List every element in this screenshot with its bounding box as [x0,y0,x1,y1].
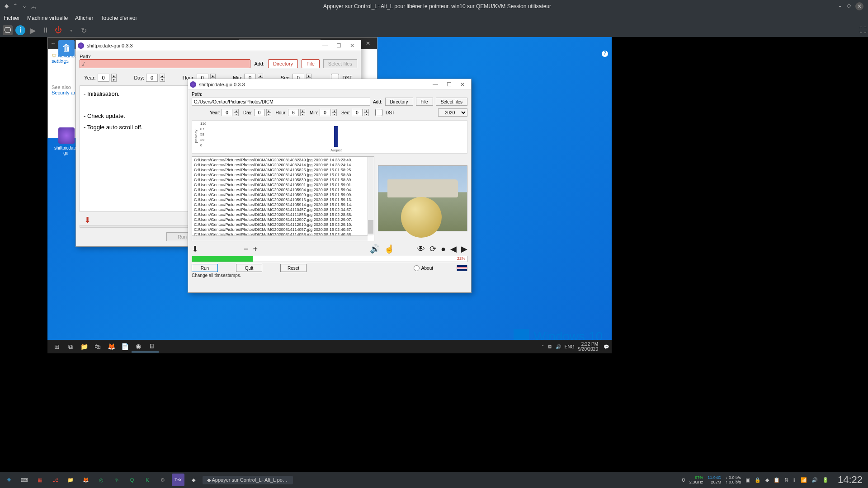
scroll-bottom-icon[interactable]: ⬇ [192,244,198,254]
kde-launcher-icon[interactable]: ❖ [3,474,15,486]
cpu-widget-1[interactable]: 97% 2.3GHz [689,475,703,484]
tray-monitor-icon[interactable]: 🖥 [547,344,552,349]
dst-checkbox[interactable]: DST [373,109,395,116]
run-button[interactable]: Run [192,264,218,272]
menu-file[interactable]: Fichier [4,15,20,21]
maximize-icon[interactable]: ◇ [847,2,851,10]
guest-desktop[interactable]: 🗑 Recycle Bin shiftpicdate-gui ← → ↑ ⟳ 🔍… [47,37,612,353]
firefox-host-icon[interactable]: 🦊 [80,474,92,486]
task-item[interactable]: ◆ Appuyer sur Control_L+Alt_L pour… [203,476,293,484]
day-down[interactable]: ▾ [160,78,165,82]
file-list[interactable]: C:/Users/Gentoo/Pictures/Photos/DICM/IMG… [192,156,374,241]
store-icon[interactable]: 🛍 [91,341,104,352]
menu-vm[interactable]: Machine virtuelle [27,15,68,21]
file-row[interactable]: C:/Users/Gentoo/Pictures/Photos/DICM/IMG… [194,192,372,197]
gear-icon[interactable]: ⚙ [156,474,169,486]
close-icon[interactable]: ✕ [855,2,863,10]
sec-up[interactable]: ▴ [306,74,311,78]
file-row[interactable]: C:/Users/Gentoo/Pictures/Photos/DICM/IMG… [194,158,372,163]
shiftpicdate-window-2[interactable]: shiftpicdate-gui 0.3.3 — ☐ ✕ Path: Add: … [188,79,472,293]
flag-uk-icon[interactable] [457,265,467,271]
file-row[interactable]: C:/Users/Gentoo/Pictures/Photos/DICM/IMG… [194,183,372,188]
day-up[interactable]: ▴ [160,74,165,78]
refresh-icon[interactable]: ↻ [79,25,89,35]
next-icon[interactable]: ▶ [461,244,467,254]
year-down[interactable]: ▾ [111,78,117,82]
zoom-out-icon[interactable]: − [244,244,249,254]
grid-icon[interactable]: ▦ [33,474,46,486]
explorer-icon[interactable]: 📁 [77,341,91,352]
year-input[interactable] [98,74,109,82]
file-row[interactable]: C:/Users/Gentoo/Pictures/Photos/DICM/IMG… [194,197,372,202]
volume-icon[interactable]: 🔊 [370,244,380,254]
file-button[interactable]: File [416,98,433,106]
year-up[interactable]: ▴ [111,74,117,78]
qt-icon[interactable]: Q [126,474,138,486]
select-files-button[interactable]: Select files [323,59,357,68]
kate-icon[interactable]: K [141,474,154,486]
file-row[interactable]: C:/Users/Gentoo/Pictures/Photos/DICM/IMG… [194,188,372,192]
chevron-up-icon[interactable]: ⌃ [13,3,18,10]
host-clock[interactable]: 14:22 [838,474,863,486]
file-row[interactable]: C:/Users/Gentoo/Pictures/Photos/DICM/IMG… [194,222,372,227]
dropdown-icon[interactable]: ▾ [66,25,76,35]
file-row[interactable]: C:/Users/Gentoo/Pictures/Photos/DICM/IMG… [194,173,372,178]
file-row[interactable]: C:/Users/Gentoo/Pictures/Photos/DICM/IMG… [194,227,372,232]
record-icon[interactable]: ● [441,244,446,254]
tray-time[interactable]: 2:22 PM [578,342,599,347]
power-icon[interactable]: ⏻ [53,25,63,35]
close-sys-icon[interactable]: ✕ [362,40,374,47]
file-row[interactable]: C:/Users/Gentoo/Pictures/Photos/DICM/IMG… [194,207,372,212]
w2-max-icon[interactable]: ☐ [442,80,456,89]
play-icon[interactable]: ▶ [28,25,38,35]
scrollbar-thumb[interactable] [368,220,373,234]
firefox-icon[interactable]: 🦊 [104,341,118,352]
tray-vm-icon[interactable]: ◆ [765,477,769,483]
hour-input[interactable] [288,109,299,116]
path-input[interactable] [192,98,370,106]
atom-icon[interactable]: ⚛ [110,474,123,486]
pause-icon[interactable]: ⏸ [41,25,51,35]
fullscreen-icon[interactable]: ⛶ [858,25,868,35]
sec-input[interactable] [352,109,363,116]
min-input[interactable] [320,109,330,116]
file-row[interactable]: C:/Users/Gentoo/Pictures/Photos/DICM/IMG… [194,212,372,217]
menu-sendkey[interactable]: Touche d'envoi [101,15,137,21]
scrollbar-vertical[interactable] [368,157,374,235]
vm-mgr-icon[interactable]: ◆ [187,474,200,486]
git-icon[interactable]: ⎇ [49,474,61,486]
tray-batt-icon[interactable]: 🔋 [822,477,829,483]
file-row[interactable]: C:/Users/Gentoo/Pictures/Photos/DICM/IMG… [194,202,372,207]
tray-net-icon[interactable]: 📶 [801,477,807,483]
term-icon[interactable]: ⌨ [18,474,31,486]
tray-bt-icon[interactable]: ᛒ [793,477,796,483]
start-icon[interactable]: ⊞ [50,341,64,352]
select-files-button[interactable]: Select files [436,98,467,106]
w2-close-icon[interactable]: ✕ [456,80,469,89]
tray-volume-icon[interactable]: 🔊 [556,344,561,349]
file-button[interactable]: File [302,59,320,68]
hour-up[interactable]: ▴ [210,74,216,78]
double-chevron-up-icon[interactable]: ︽ [31,3,37,10]
help-icon[interactable]: ? [602,51,608,57]
tex-icon[interactable]: TeX [172,474,184,486]
year-combo[interactable]: 2020 [438,108,467,117]
file-row[interactable]: C:/Users/Gentoo/Pictures/Photos/DICM/IMG… [194,217,372,222]
scroll-bottom-icon[interactable]: ⬇ [84,215,91,225]
file-row[interactable]: C:/Users/Gentoo/Pictures/Photos/DICM/IMG… [194,163,372,168]
monitor-icon[interactable]: 🖵 [3,25,13,35]
year-input[interactable] [222,109,232,116]
path-input[interactable] [80,59,250,68]
app-task-icon[interactable]: ◉ [132,341,145,352]
w2-min-icon[interactable]: — [429,80,442,89]
info-icon[interactable]: i [15,25,25,35]
guest-taskbar[interactable]: ⊞ ⧉ 📁 🛍 🦊 📄 ◉ 🖥 ˄ 🖥 🔊 ENG 2:22 PM 9/20/2… [47,340,612,353]
settings-task-icon[interactable]: 🖥 [145,341,159,352]
file-row[interactable]: C:/Users/Gentoo/Pictures/Photos/DICM/IMG… [194,178,372,183]
reset-button[interactable]: Reset [280,264,307,272]
about-radio[interactable]: About [414,265,433,271]
tray-lang[interactable]: ENG [565,344,575,349]
directory-button[interactable]: Directory [385,98,413,106]
min-up[interactable]: ▴ [258,74,263,78]
menu-display[interactable]: Afficher [75,15,93,21]
